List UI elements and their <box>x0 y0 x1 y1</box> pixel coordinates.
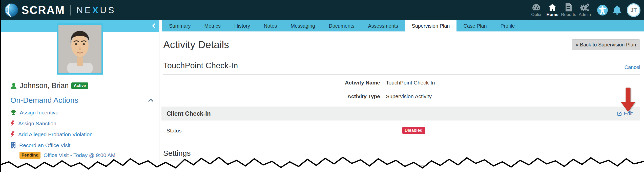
collapse-section-button[interactable] <box>148 98 154 102</box>
client-status-badge: Active <box>71 82 88 89</box>
nav-label: Home <box>546 12 558 17</box>
back-to-supervision-plan-button[interactable]: « Back to Supervision Plan <box>572 39 640 50</box>
chevron-up-icon <box>148 98 154 102</box>
edit-icon <box>617 111 622 116</box>
scram-sphere-logo-icon <box>4 3 18 17</box>
client-profile-section: Client Profile System ID CA-2023-04-05 D… <box>1 169 159 172</box>
nav-label: Admin <box>579 12 591 17</box>
username-label: Username <box>163 168 401 172</box>
activity-details-content: Activity Details « Back to Supervision P… <box>159 31 644 172</box>
brand-scram-text: SCRAM <box>22 4 65 16</box>
field-label: Activity Name <box>163 80 380 86</box>
nav-item-optix[interactable]: Optix <box>528 3 544 17</box>
client-photo <box>57 23 103 75</box>
action-assign-sanction[interactable]: Assign Sanction <box>1 118 159 129</box>
on-demand-actions-section: On-Demand Actions Assign Incentive <box>1 96 159 162</box>
username-input[interactable] <box>404 165 483 172</box>
activity-title: TouchPoint Check-In <box>163 61 238 70</box>
action-assign-incentive[interactable]: Assign Incentive <box>1 107 159 118</box>
client-photo-image <box>58 25 101 73</box>
top-bar: SCRAM NEXUS Optix Home <box>1 0 644 20</box>
tab-history[interactable]: History <box>227 20 257 31</box>
top-navigation: Optix Home Reports <box>528 3 644 17</box>
app-window: SCRAM NEXUS Optix Home <box>0 0 644 172</box>
pending-badge: Pending <box>19 152 40 159</box>
action-label: Assign Sanction <box>18 121 56 127</box>
tab-summary[interactable]: Summary <box>162 20 198 31</box>
field-row-activity-name: Activity Name TouchPoint Check-In <box>163 80 640 86</box>
home-icon <box>548 3 557 11</box>
gauge-icon <box>532 3 541 11</box>
status-row: Status Disabled <box>163 128 640 136</box>
divider <box>163 161 640 161</box>
notifications-button[interactable] <box>612 5 622 15</box>
divider <box>163 74 640 75</box>
bolt-icon <box>10 131 15 137</box>
client-name-row: Johnson, Brian Active <box>1 81 159 90</box>
person-icon <box>10 82 17 89</box>
nav-label: Reports <box>561 12 576 17</box>
report-icon <box>565 3 572 11</box>
avatar-initials: JT <box>631 7 637 13</box>
tab-notes[interactable]: Notes <box>257 20 284 31</box>
bolt-icon <box>10 121 15 127</box>
edit-client-check-in-link[interactable]: Edit <box>617 111 633 116</box>
brand-logo: SCRAM NEXUS <box>4 3 116 17</box>
settings-title: Settings <box>163 149 640 158</box>
collapse-sidebar-button[interactable] <box>152 23 156 30</box>
tab-documents[interactable]: Documents <box>322 20 361 31</box>
brand-divider <box>70 5 71 15</box>
tab-assessments[interactable]: Assessments <box>361 20 405 31</box>
gears-icon <box>580 3 590 11</box>
field-value: Supervision Activity <box>386 93 432 99</box>
on-demand-actions-title[interactable]: On-Demand Actions <box>10 96 78 105</box>
field-row-activity-type: Activity Type Supervision Activity <box>163 93 640 99</box>
client-sidebar: Johnson, Brian Active On-Demand Actions <box>1 20 159 172</box>
building-icon <box>10 142 16 148</box>
action-add-alleged-probation-violation[interactable]: Add Alleged Probation Violation <box>1 129 159 140</box>
chevron-left-icon <box>152 23 156 29</box>
tab-metrics[interactable]: Metrics <box>198 20 227 31</box>
trophy-icon <box>10 110 16 116</box>
username-row: Username <box>163 165 640 172</box>
cancel-link[interactable]: Cancel <box>625 64 640 70</box>
divider <box>163 57 640 57</box>
nav-label: Optix <box>531 12 541 17</box>
field-label: Activity Type <box>163 93 380 99</box>
status-disabled-badge: Disabled <box>402 127 425 134</box>
client-profile-title[interactable]: Client Profile <box>10 169 53 172</box>
status-label: Status <box>167 128 182 133</box>
nav-item-reports[interactable]: Reports <box>560 3 577 17</box>
client-tabs: Summary Metrics History Notes Messaging … <box>162 20 644 31</box>
client-name: Johnson, Brian <box>20 81 69 90</box>
page-body: Johnson, Brian Active On-Demand Actions <box>1 20 644 172</box>
nav-item-home[interactable]: Home <box>544 3 560 17</box>
pending-office-visit-link[interactable]: Office Visit - Today @ 9:00 AM <box>44 152 115 158</box>
main-panel: Summary Metrics History Notes Messaging … <box>159 20 644 172</box>
client-check-in-title: Client Check-In <box>167 110 211 117</box>
tab-case-plan[interactable]: Case Plan <box>456 20 493 31</box>
action-record-office-visit[interactable]: Record an Office Visit <box>1 140 159 151</box>
page-title: Activity Details <box>163 39 229 50</box>
client-check-in-section-bar: Client Check-In Edit <box>161 107 640 121</box>
bell-icon <box>612 5 622 15</box>
tab-profile[interactable]: Profile <box>494 20 522 31</box>
accessibility-button[interactable] <box>597 5 608 16</box>
action-label: Add Alleged Probation Violation <box>18 131 93 137</box>
brand-nexus-text: NEXUS <box>76 5 116 15</box>
action-label: Record an Office Visit <box>19 142 70 148</box>
nav-item-admin[interactable]: Admin <box>577 3 593 17</box>
action-label: Assign Incentive <box>20 110 58 116</box>
user-avatar[interactable]: JT <box>627 3 640 17</box>
edit-label: Edit <box>624 111 633 116</box>
tab-supervision-plan[interactable]: Supervision Plan <box>405 20 456 31</box>
accessibility-icon <box>597 5 608 16</box>
tab-messaging[interactable]: Messaging <box>284 20 322 31</box>
pending-office-visit-row: Pending Office Visit - Today @ 9:00 AM <box>1 151 159 162</box>
field-value: TouchPoint Check-In <box>386 80 435 86</box>
